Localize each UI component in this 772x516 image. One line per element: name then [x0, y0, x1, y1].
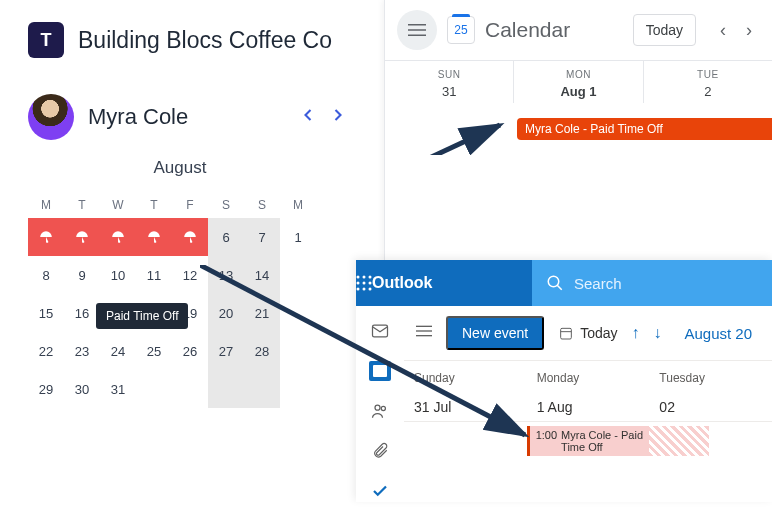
outlook-event-title: Myra Cole - Paid Time Off [561, 429, 643, 453]
gcal-dow: MON [514, 69, 642, 80]
bb-logo: T [28, 22, 64, 58]
outlook-today-label: Today [580, 325, 617, 341]
mini-dow: M [28, 192, 64, 218]
mini-dow: S [208, 192, 244, 218]
outlook-daynum: 02 [659, 399, 762, 415]
pto-day-icon[interactable] [136, 218, 172, 256]
gcal-day-column[interactable]: MONAug 1 [514, 61, 643, 103]
gcal-dow: TUE [644, 69, 772, 80]
mini-dow: W [100, 192, 136, 218]
outlook-daynum: 1 Aug [537, 399, 640, 415]
gcal-today-button[interactable]: Today [633, 14, 696, 46]
gcal-prev-icon[interactable]: ‹ [712, 19, 734, 41]
mini-day-cell[interactable]: 8 [28, 256, 64, 294]
hamburger-icon [408, 21, 426, 39]
svg-rect-2 [408, 35, 426, 37]
svg-line-13 [557, 285, 562, 290]
pto-tooltip: Paid Time Off [96, 303, 188, 329]
svg-rect-0 [408, 24, 426, 26]
avatar[interactable] [28, 94, 74, 140]
mini-day-cell[interactable]: 9 [64, 256, 100, 294]
outlook-dow: Tuesday [659, 371, 762, 385]
mini-day-cell[interactable]: 10 [100, 256, 136, 294]
mini-day-cell[interactable]: 1 [280, 218, 316, 256]
gcal-next-icon[interactable]: › [738, 19, 760, 41]
svg-line-23 [200, 265, 525, 435]
mini-day-cell[interactable]: 24 [100, 332, 136, 370]
search-icon [546, 274, 564, 292]
mini-calendar-month: August [28, 158, 332, 178]
pto-day-icon[interactable] [172, 218, 208, 256]
mini-day-cell[interactable]: 15 [28, 294, 64, 332]
pto-day-icon[interactable] [64, 218, 100, 256]
gcal-day-column[interactable]: SUN31 [385, 61, 514, 103]
gcal-daynum: 2 [644, 84, 772, 99]
outlook-up-arrow-icon[interactable]: ↑ [632, 324, 640, 342]
gcal-daynum: Aug 1 [514, 84, 642, 99]
profile-name: Myra Cole [88, 104, 188, 130]
outlook-dow: Monday [537, 371, 640, 385]
gcal-event[interactable]: Myra Cole - Paid Time Off [517, 118, 772, 140]
mini-day-cell[interactable] [136, 370, 172, 408]
bb-header: T Building Blocs Coffee Co [0, 0, 380, 80]
outlook-month-label[interactable]: August 20 [684, 325, 760, 342]
company-name: Building Blocs Coffee Co [78, 27, 332, 54]
svg-point-12 [548, 276, 559, 287]
mini-day-cell[interactable]: 7 [244, 218, 280, 256]
gcal-daynum: 31 [385, 84, 513, 99]
gcal-title: Calendar [485, 18, 623, 42]
outlook-event[interactable]: 1:00 Myra Cole - Paid Time Off [527, 426, 650, 456]
bb-logo-letter: T [41, 30, 52, 51]
svg-line-22 [200, 125, 500, 155]
mini-dow: F [172, 192, 208, 218]
pto-day-icon[interactable] [100, 218, 136, 256]
mini-day-cell[interactable]: 25 [136, 332, 172, 370]
outlook-search[interactable] [532, 260, 772, 306]
mini-day-cell[interactable]: 16 [64, 294, 100, 332]
outlook-down-arrow-icon[interactable]: ↓ [654, 324, 662, 342]
outlook-day-column[interactable]: Monday1 Aug [527, 361, 650, 421]
mini-dow: S [244, 192, 280, 218]
mini-dow: M [280, 192, 316, 218]
pto-day-icon[interactable] [28, 218, 64, 256]
gcal-logo-day: 25 [454, 23, 467, 37]
search-input[interactable] [574, 275, 764, 292]
calendar-small-icon [558, 325, 574, 341]
todo-icon[interactable] [369, 480, 391, 502]
gcal-dow: SUN [385, 69, 513, 80]
annotation-arrow-top [200, 115, 520, 155]
mini-day-cell[interactable]: 23 [64, 332, 100, 370]
mini-dow: T [136, 192, 172, 218]
annotation-arrow-bottom [200, 265, 540, 445]
outlook-today-button[interactable]: Today [558, 325, 617, 341]
mini-day-cell[interactable]: 22 [28, 332, 64, 370]
mini-day-cell[interactable]: 29 [28, 370, 64, 408]
mini-day-cell[interactable]: 31 [100, 370, 136, 408]
mini-dow: T [64, 192, 100, 218]
gcal-header: 25 Calendar Today ‹ › [385, 0, 772, 60]
svg-rect-1 [408, 29, 426, 31]
gcal-day-column[interactable]: TUE2 [644, 61, 772, 103]
mini-day-cell[interactable]: 6 [208, 218, 244, 256]
gcal-logo-icon: 25 [447, 16, 475, 44]
mini-day-cell[interactable]: 30 [64, 370, 100, 408]
svg-rect-20 [561, 328, 572, 339]
mini-day-cell[interactable]: 11 [136, 256, 172, 294]
outlook-day-column[interactable]: Tuesday02 [649, 361, 772, 421]
gcal-menu-button[interactable] [397, 10, 437, 50]
